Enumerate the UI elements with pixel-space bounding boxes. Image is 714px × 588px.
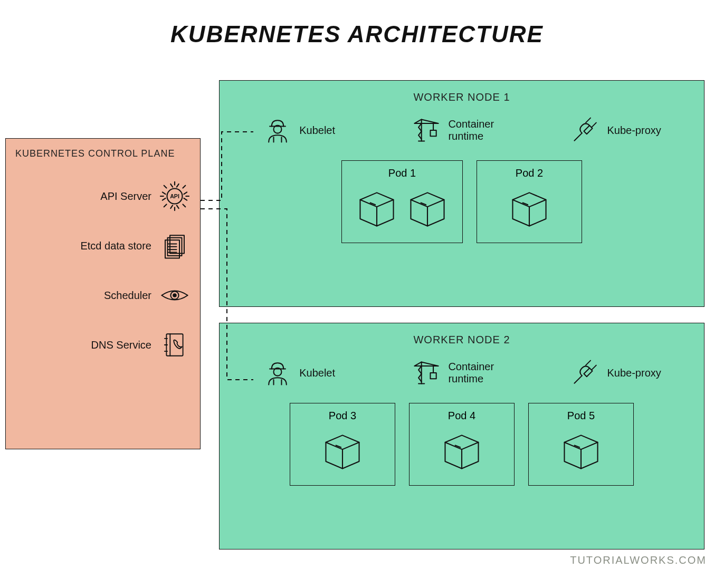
worker-2-agents: Kubelet Container runtime Kube-proxy xyxy=(232,358,691,388)
pod-5-title: Pod 5 xyxy=(536,410,626,422)
worker-1-agents: Kubelet Container runtime Kube-proxy xyxy=(232,115,691,146)
api-server-label: API Server xyxy=(100,190,151,203)
container-box-icon xyxy=(507,186,552,233)
pod-4-title: Pod 4 xyxy=(417,410,507,422)
container-box-icon xyxy=(320,428,365,476)
worker-1-title: WORKER NODE 1 xyxy=(232,91,691,103)
scheduler-label: Scheduler xyxy=(104,290,151,302)
crane-icon xyxy=(411,358,442,388)
cp-row-etcd: Etcd data store xyxy=(15,230,191,262)
agent-container-runtime-2: Container runtime xyxy=(411,358,494,388)
container-box-icon xyxy=(354,186,399,233)
eye-icon xyxy=(159,279,191,311)
kubelet-label-2: Kubelet xyxy=(299,367,335,379)
pod-3: Pod 3 xyxy=(290,403,395,486)
plug-icon xyxy=(570,115,601,146)
svg-line-41 xyxy=(586,361,591,365)
container-runtime-label: Container runtime xyxy=(448,118,494,142)
svg-line-25 xyxy=(591,123,596,128)
worker-person-icon xyxy=(262,358,293,388)
container-box-icon xyxy=(558,428,604,476)
phonebook-icon xyxy=(159,329,191,361)
pod-5-boxes xyxy=(536,428,626,476)
document-stack-icon xyxy=(159,230,191,262)
pod-4-boxes xyxy=(417,428,507,476)
agent-kube-proxy-2: Kube-proxy xyxy=(570,358,661,388)
credit-label: TUTORIALWORKS.COM xyxy=(570,554,707,566)
plug-icon xyxy=(570,358,601,388)
svg-rect-23 xyxy=(431,130,436,136)
kubelet-label: Kubelet xyxy=(299,124,335,137)
svg-point-10 xyxy=(173,293,177,297)
worker-node-1: WORKER NODE 1 Kubelet Container runtime xyxy=(219,80,705,307)
worker-2-title: WORKER NODE 2 xyxy=(232,334,691,346)
cp-row-scheduler: Scheduler xyxy=(15,279,191,311)
kube-proxy-label: Kube-proxy xyxy=(607,124,661,137)
svg-line-24 xyxy=(586,118,591,123)
diagram-canvas: KUBERNETES CONTROL PLANE API Server API … xyxy=(0,63,714,570)
pod-3-boxes xyxy=(298,428,387,476)
control-plane-title: KUBERNETES CONTROL PLANE xyxy=(15,148,191,159)
pod-1: Pod 1 xyxy=(341,160,463,243)
worker-1-pods: Pod 1 Pod 2 xyxy=(232,160,691,243)
worker-person-icon xyxy=(262,115,293,146)
api-gear-icon: API xyxy=(159,180,191,212)
worker-node-2: WORKER NODE 2 Kubelet Container runtime xyxy=(219,323,705,550)
agent-container-runtime: Container runtime xyxy=(411,115,494,146)
container-runtime-label-2: Container runtime xyxy=(448,361,494,385)
svg-line-26 xyxy=(574,133,582,140)
etcd-label: Etcd data store xyxy=(80,240,151,252)
pod-5: Pod 5 xyxy=(528,403,634,486)
control-plane-box: KUBERNETES CONTROL PLANE API Server API … xyxy=(5,138,201,449)
agent-kube-proxy: Kube-proxy xyxy=(570,115,661,146)
agent-kubelet-2: Kubelet xyxy=(262,358,335,388)
svg-rect-40 xyxy=(431,373,436,379)
cp-row-dns: DNS Service xyxy=(15,329,191,361)
worker-2-pods: Pod 3 Pod 4 Pod 5 xyxy=(232,403,691,486)
kube-proxy-label-2: Kube-proxy xyxy=(607,367,661,379)
dns-label: DNS Service xyxy=(91,339,151,351)
container-box-icon xyxy=(405,186,450,233)
agent-kubelet: Kubelet xyxy=(262,115,335,146)
pod-2-title: Pod 2 xyxy=(484,167,574,179)
pod-2: Pod 2 xyxy=(477,160,582,243)
pod-3-title: Pod 3 xyxy=(298,410,387,422)
container-box-icon xyxy=(439,428,484,476)
cp-row-api-server: API Server API xyxy=(15,180,191,212)
svg-line-42 xyxy=(591,365,596,370)
pod-4: Pod 4 xyxy=(409,403,515,486)
diagram-title: KUBERNETES ARCHITECTURE xyxy=(0,0,714,63)
svg-text:API: API xyxy=(170,193,179,199)
svg-line-43 xyxy=(574,375,582,383)
pod-2-boxes xyxy=(484,186,574,233)
pod-1-title: Pod 1 xyxy=(349,167,455,179)
pod-1-boxes xyxy=(349,186,455,233)
crane-icon xyxy=(411,115,442,146)
